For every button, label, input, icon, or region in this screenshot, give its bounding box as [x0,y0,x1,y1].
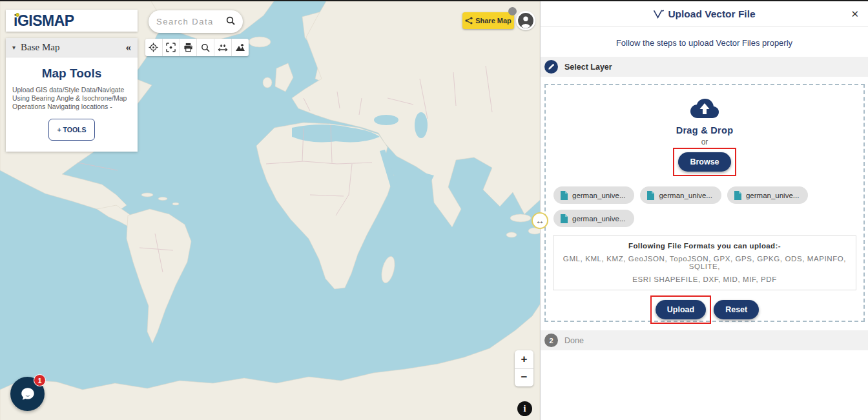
app-window: iGISMAP ▾ Base Map « Map Tools Upload GI… [0,0,868,420]
panel-subtitle: Follow the steps to upload Vector Files … [541,27,868,57]
tools-button[interactable]: + TOOLS [48,119,95,141]
file-chip-label: german_unive... [659,192,712,199]
search-zoom-icon[interactable] [197,39,214,56]
basemap-label: Base Map [21,42,59,53]
brand-logo-text: iGISMAP [14,12,74,30]
panel-title-text: Upload Vector File [668,8,755,20]
file-chip[interactable]: german_unive... [553,186,634,204]
browse-button[interactable]: Browse [678,152,730,172]
file-icon [646,190,655,201]
collapse-panel-icon[interactable]: « [126,41,132,54]
panel-resize-handle[interactable]: ↔ [532,212,548,229]
basemap-terrain-icon[interactable] [232,39,249,56]
zoom-out-button[interactable]: − [515,369,533,387]
file-chip-label: german_unive... [572,192,625,199]
browse-highlight-box: Browse [673,148,736,176]
share-icon [465,17,473,25]
pencil-icon [544,60,558,74]
file-formats-heading: Following File Formats you can upload:- [557,242,852,250]
panel-title: Upload Vector File [653,8,755,20]
map-tools-title: Map Tools [6,66,138,81]
file-icon [560,190,568,201]
close-icon[interactable]: ✕ [851,8,859,20]
file-chip-label: german_unive... [746,192,799,199]
zoom-control: + − [515,350,533,386]
step-done-number: 2 [544,334,558,347]
attribution-info-icon[interactable]: i [517,401,532,416]
chat-unread-badge: 1 [34,374,46,386]
print-icon[interactable] [180,39,198,56]
file-chip[interactable]: german_unive... [727,186,808,204]
file-chip[interactable]: german_unive... [553,210,634,227]
zoom-in-button[interactable]: + [515,350,533,369]
step-done: 2 Done [541,330,868,350]
user-avatar[interactable] [516,11,535,30]
chevron-down-icon: ▾ [12,44,16,51]
upload-highlight-box: Upload [650,295,711,324]
file-formats-box: Following File Formats you can upload:- … [553,235,856,290]
brand-logo[interactable]: iGISMAP [6,10,138,32]
share-map-button[interactable]: Share Map [462,12,514,29]
basemap-panel-header[interactable]: ▾ Base Map « [6,38,138,57]
step-done-label: Done [564,336,584,345]
selected-files-list: german_unive... german_unive... german_u… [553,186,857,227]
file-chip[interactable]: german_unive... [640,186,721,204]
file-formats-line2: ESRI SHAPEFILE, DXF, MID, MIF, PDF [557,275,852,283]
cloud-upload-icon [546,97,863,123]
upload-button[interactable]: Upload [656,300,706,319]
status-dot-icon [508,7,517,15]
share-map-label: Share Map [475,17,512,25]
vector-file-icon [653,9,664,19]
logo-pin-dot-icon [16,13,19,17]
search-icon[interactable] [226,16,235,28]
file-chip-label: german_unive... [572,215,625,223]
upload-vector-panel: Upload Vector File ✕ Follow the steps to… [540,1,868,420]
drag-drop-label: Drag & Drop [546,125,863,135]
upload-actions: Upload Reset [546,295,863,324]
basemap-panel: ▾ Base Map « Map Tools Upload GIS data/S… [6,38,138,152]
file-dropzone[interactable]: Drag & Drop or Browse german_unive... ge… [544,84,865,322]
map-canvas[interactable]: iGISMAP ▾ Base Map « Map Tools Upload GI… [0,1,540,420]
locate-icon[interactable] [145,39,163,56]
map-tools-description: Upload GIS data/Style Data/Navigate Usin… [12,86,131,111]
person-icon [517,12,534,29]
search-input[interactable] [156,17,221,26]
file-icon [734,190,742,201]
step-select-layer-label: Select Layer [564,63,612,72]
or-label: or [546,137,863,146]
file-formats-line1: GML, KML, KMZ, GeoJSON, TopoJSON, GPX, G… [557,255,852,270]
center-focus-icon[interactable] [163,39,180,56]
reset-button[interactable]: Reset [714,300,759,319]
chat-bubble-icon [19,386,36,403]
file-icon [560,214,568,224]
map-toolbar [145,39,249,56]
panel-header: Upload Vector File ✕ [541,1,868,27]
search-box[interactable] [149,10,243,33]
measure-icon[interactable] [214,39,232,56]
step-select-layer: Select Layer [541,57,868,77]
